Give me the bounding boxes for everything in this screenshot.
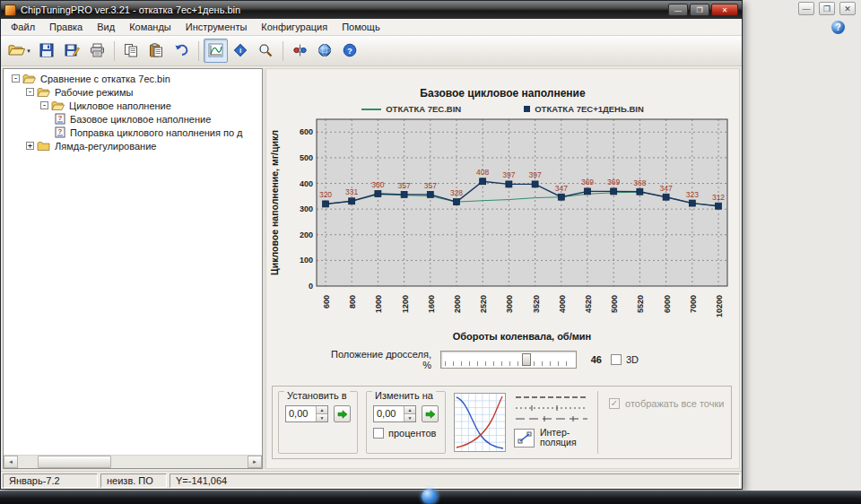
svg-text:320: 320: [319, 190, 332, 199]
undo-button[interactable]: [170, 39, 194, 63]
tree-item-label[interactable]: Сравнение с откатка 7ес.bin: [39, 74, 172, 84]
line-style-3-icon[interactable]: [514, 415, 589, 422]
apply-set-button[interactable]: [334, 405, 351, 422]
change-value-field[interactable]: 0,00: [374, 406, 404, 421]
status-bar: Январь-7.2 неизв. ПО Y=-141,064: [1, 471, 742, 489]
leaf-icon: ?: [55, 113, 65, 125]
bg-minimize-button[interactable]: —: [798, 2, 814, 15]
title-bar[interactable]: ChipTuningPRO ver.3.21 - откатка 7ес+1де…: [1, 1, 742, 19]
svg-text:369: 369: [581, 178, 594, 187]
scroll-right-icon[interactable]: ►: [248, 456, 262, 468]
slider-thumb[interactable]: [522, 353, 531, 366]
tree-item-1[interactable]: -Рабочие режимы: [5, 85, 262, 99]
tree-item-2[interactable]: -Цикловое наполнение: [5, 99, 262, 112]
toolbar: ▼i?: [1, 36, 742, 66]
expand-icon[interactable]: +: [26, 142, 34, 150]
interpolation-curves-icon[interactable]: [454, 393, 506, 452]
svg-text:1600: 1600: [427, 295, 436, 313]
open-button[interactable]: ▼: [5, 39, 34, 63]
checkbox-show-all-points: ✓: [609, 398, 620, 409]
spinner-down-icon[interactable]: ▼: [317, 414, 327, 421]
svg-text:5000: 5000: [610, 295, 619, 313]
close-button[interactable]: ✕: [711, 4, 738, 16]
tree-item-4[interactable]: ?Поправка циклового наполнения по д: [5, 126, 262, 139]
line-style-1-icon[interactable]: [514, 394, 589, 401]
checkbox-percent[interactable]: [373, 428, 384, 439]
save-as-icon: [65, 43, 80, 59]
tree-item-label[interactable]: Поправка циклового наполнения по д: [68, 127, 245, 138]
svg-text:3000: 3000: [505, 295, 514, 313]
info-button[interactable]: i: [229, 39, 253, 63]
minimize-button[interactable]: —: [668, 4, 688, 16]
svg-text:6000: 6000: [663, 295, 672, 313]
menu-item-1[interactable]: Правка: [42, 20, 90, 34]
tuner-button[interactable]: [288, 39, 312, 63]
help-button[interactable]: ?: [338, 39, 362, 63]
svg-text:369: 369: [607, 178, 620, 187]
menu-item-5[interactable]: Конфигурация: [254, 20, 335, 34]
menu-item-2[interactable]: Вид: [90, 20, 122, 34]
undo-icon: [174, 43, 189, 58]
tree-item-label[interactable]: Лямда-регулирование: [53, 141, 158, 152]
paste-icon: [149, 43, 163, 59]
line-style-2-icon[interactable]: [514, 404, 589, 412]
slider-ruler: [445, 361, 572, 366]
save-as-button[interactable]: [60, 39, 84, 63]
menu-item-0[interactable]: Файл: [4, 20, 42, 34]
collapse-icon[interactable]: -: [26, 88, 34, 96]
menu-item-3[interactable]: Команды: [122, 20, 178, 34]
interpolation-button[interactable]: [514, 429, 535, 448]
chart-view-button[interactable]: [204, 39, 228, 63]
spinner-up-icon[interactable]: ▲: [317, 406, 327, 414]
set-value-spinner[interactable]: 0,00 ▲ ▼: [285, 405, 328, 422]
collapse-icon[interactable]: -: [40, 101, 48, 109]
menu-item-4[interactable]: Инструменты: [178, 20, 255, 34]
taskbar[interactable]: [0, 491, 861, 504]
spinner-up-icon[interactable]: ▲: [404, 406, 415, 414]
spinner-down-icon[interactable]: ▼: [404, 414, 415, 421]
desktop: —❐✕ ? ChipTuningPRO ver.3.21 - откатка 7…: [0, 0, 861, 504]
throttle-label: Положение дросселя, %: [322, 349, 431, 370]
print-icon: [90, 43, 105, 59]
line-style-selector[interactable]: Интер-поляция: [514, 391, 589, 454]
svg-text:347: 347: [555, 184, 568, 193]
tree-item-5[interactable]: +Лямда-регулирование: [5, 139, 262, 152]
start-orb-icon[interactable]: [422, 489, 438, 504]
throttle-slider[interactable]: [440, 351, 577, 369]
save-button[interactable]: [35, 39, 59, 63]
change-value-spinner[interactable]: 0,00 ▲ ▼: [373, 405, 416, 422]
tree-item-0[interactable]: -Сравнение с откатка 7ес.bin: [5, 72, 262, 85]
copy-button[interactable]: [119, 39, 144, 63]
menu-item-6[interactable]: Помощь: [335, 20, 387, 34]
zoom-button[interactable]: [254, 39, 278, 63]
tree-item-label[interactable]: Цикловое наполнение: [67, 100, 173, 111]
print-button[interactable]: [85, 39, 109, 63]
background-help-icon[interactable]: ?: [831, 21, 845, 34]
apply-change-button[interactable]: [422, 405, 439, 422]
svg-text:?: ?: [58, 114, 63, 122]
collapse-icon[interactable]: -: [12, 74, 20, 83]
toolbar-separator: [114, 41, 115, 61]
scrollbar-thumb[interactable]: [38, 456, 111, 468]
set-value-field[interactable]: 0,00: [286, 406, 316, 421]
paste-button[interactable]: [144, 39, 169, 63]
checkbox-3d-label: 3D: [626, 354, 639, 365]
maximize-button[interactable]: ❐: [690, 4, 709, 16]
svg-text:408: 408: [476, 168, 489, 177]
chart-title: Базовое цикловое наполнение: [266, 87, 739, 100]
tree-item-label[interactable]: Рабочие режимы: [53, 87, 135, 98]
tree-item-3[interactable]: ?Базовое цикловое наполнение: [5, 112, 262, 126]
tree-horizontal-scrollbar[interactable]: ◄ ►: [4, 455, 262, 468]
dropdown-arrow-icon[interactable]: ▼: [26, 48, 31, 54]
checkbox-3d[interactable]: [611, 354, 622, 365]
tree-item-label[interactable]: Базовое цикловое наполнение: [68, 114, 213, 125]
globe-button[interactable]: [313, 39, 337, 63]
bg-close-button[interactable]: ✕: [839, 2, 856, 15]
bg-maximize-button[interactable]: ❐: [819, 2, 835, 15]
change-value-group-title: Изменить на: [372, 390, 436, 401]
cycle-fill-chart[interactable]: 0100200300400500600600800100012001600200…: [266, 114, 740, 347]
svg-text:4000: 4000: [558, 295, 567, 313]
scroll-left-icon[interactable]: ◄: [4, 456, 18, 468]
svg-text:347: 347: [660, 184, 673, 193]
scrollbar-track[interactable]: [18, 456, 248, 468]
